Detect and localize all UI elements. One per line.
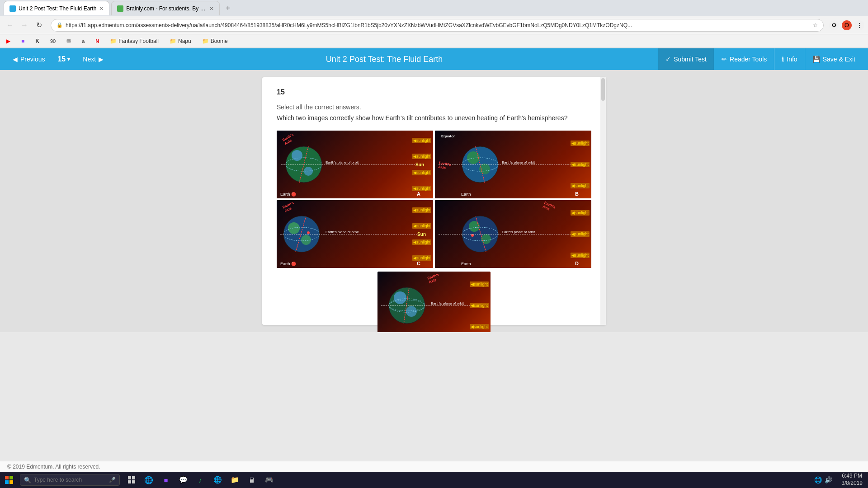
task-view-button[interactable]	[123, 472, 140, 488]
tab-title-2: Brainly.com - For students. By st...	[126, 5, 207, 12]
orbit-line-c	[280, 234, 420, 235]
start-button[interactable]	[0, 472, 18, 488]
scrollbar-track[interactable]	[600, 77, 606, 325]
svg-point-8	[479, 164, 490, 174]
image-option-e[interactable]: Earth'sAxis Earth's plane of orbit Sun ◀…	[377, 272, 491, 332]
arrows-d: ◀sunlight ◀sunlight ◀sunlight	[571, 200, 590, 268]
more-icon[interactable]: ⋮	[854, 20, 864, 30]
browser2-taskbar-icon[interactable]: 🌐	[209, 472, 226, 488]
plane-label-a: Earth's plane of orbit	[326, 160, 359, 164]
svg-rect-38	[132, 476, 135, 479]
toolbar-right: ✓ Submit Test ✏ Reader Tools ℹ Info 💾 Sa…	[658, 48, 863, 70]
tab-title-1: Unit 2 Post Test: The Fluid Earth	[19, 5, 96, 12]
bookmark-amazon[interactable]: a	[79, 38, 87, 45]
plane-label-b: Earth's plane of orbit	[502, 160, 535, 164]
previous-button[interactable]: ◀ Previous	[5, 48, 52, 70]
question-number: 15	[57, 55, 66, 63]
taskbar-clock[interactable]: 6:49 PM 3/8/2019	[836, 473, 868, 487]
extensions-icon[interactable]: ⚙	[829, 20, 839, 30]
amazon-icon: a	[82, 38, 85, 44]
save-icon: 💾	[812, 56, 820, 63]
orbit-line-e	[381, 305, 477, 306]
arrow-a-2: ◀sunlight	[412, 154, 431, 159]
arrows-b: ◀sunlight ◀sunlight ◀sunlight	[571, 131, 590, 198]
steam-taskbar-icon[interactable]: 🎮	[261, 472, 277, 488]
next-label: Next	[83, 56, 96, 63]
svg-point-13	[288, 222, 300, 234]
bookmark-boome[interactable]: 📁 Boome	[199, 37, 231, 45]
reader-tools-button[interactable]: ✏ Reader Tools	[714, 48, 774, 70]
plane-label-d: Earth's plane of orbit	[502, 230, 535, 234]
globe-svg-a	[283, 144, 324, 185]
youtube-icon: ▶	[6, 38, 10, 44]
letter-d: D	[575, 261, 579, 266]
chrome-taskbar-icon[interactable]: 🌐	[141, 472, 157, 488]
svg-rect-37	[128, 476, 131, 479]
tab-close-2[interactable]: ✕	[209, 5, 214, 12]
scrollbar-thumb[interactable]	[601, 78, 605, 101]
bookmark-90[interactable]: 90	[47, 38, 58, 45]
forward-button[interactable]: →	[18, 19, 31, 32]
bookmark-netflix[interactable]: N	[93, 38, 102, 45]
next-button[interactable]: Next ▶	[75, 48, 111, 70]
bookmark-mail[interactable]: ✉	[64, 37, 74, 45]
svg-rect-34	[9, 476, 13, 479]
tab-close-1[interactable]: ✕	[99, 5, 104, 12]
svg-rect-36	[9, 480, 13, 484]
new-tab-button[interactable]: +	[222, 2, 234, 14]
address-bar[interactable]: 🔒 https://f1.app.edmentum.com/assessment…	[51, 19, 824, 32]
bookmark-napu[interactable]: 📁 Napu	[167, 37, 194, 45]
save-exit-label: Save & Exit	[823, 56, 855, 63]
tab-favicon-2	[117, 5, 123, 12]
image-grid: Earth'sAxis Equator Earth	[277, 131, 591, 268]
footer: © 2019 Edmentum. All rights reserved.	[0, 461, 868, 472]
image-option-c[interactable]: Earth'sAxis Earth's plane of orbit Sun	[277, 200, 433, 268]
mail-icon: ✉	[66, 38, 71, 44]
mic-icon[interactable]: 🎤	[109, 477, 116, 483]
bookmark-youtube[interactable]: ▶	[4, 37, 13, 45]
taskbar-search-input[interactable]	[34, 477, 106, 483]
dropdown-icon[interactable]: ▾	[67, 56, 70, 62]
tab-bar: Unit 2 Post Test: The Fluid Earth ✕ Brai…	[0, 0, 868, 16]
svg-rect-33	[5, 476, 9, 479]
image-option-a[interactable]: Earth'sAxis Equator Earth	[277, 131, 433, 198]
submit-test-button[interactable]: ✓ Submit Test	[658, 48, 714, 70]
nav-controls: ← → ↻ 🔒 https://f1.app.edmentum.com/asse…	[0, 16, 868, 34]
bookmark-k[interactable]: K	[33, 37, 42, 45]
spotify-taskbar-icon[interactable]: ♪	[192, 472, 208, 488]
tab-2[interactable]: Brainly.com - For students. By st... ✕	[111, 1, 220, 15]
question-number-card: 15	[277, 88, 591, 96]
bookmark-star-icon[interactable]: ☆	[813, 22, 818, 28]
browser-chrome: Unit 2 Post Test: The Fluid Earth ✕ Brai…	[0, 0, 868, 48]
calculator-taskbar-icon[interactable]: 🖩	[244, 472, 260, 488]
info-button[interactable]: ℹ Info	[774, 48, 804, 70]
opera-icon[interactable]: O	[842, 20, 852, 30]
earth-text-d: Earth	[461, 262, 471, 266]
checkmark-icon: ✓	[665, 56, 671, 63]
twitch-taskbar-icon[interactable]: ■	[158, 472, 174, 488]
folder-napu-icon: 📁	[170, 38, 176, 44]
arrow-a-1: ◀sunlight	[412, 138, 431, 143]
reload-button[interactable]: ↻	[33, 19, 45, 32]
volume-icon[interactable]: 🔊	[825, 476, 832, 483]
letter-b: B	[575, 191, 579, 197]
address-text: https://f1.app.edmentum.com/assessments-…	[66, 22, 810, 28]
folder-boome-icon: 📁	[202, 38, 209, 44]
bookmark-twitch[interactable]: ■	[19, 37, 27, 45]
netflix-icon: N	[95, 38, 99, 44]
image-option-b[interactable]: Equator Earth'sAxis Earth's plane of orb…	[435, 131, 591, 198]
question-text: Which two images correctly show how Eart…	[277, 114, 591, 122]
save-exit-button[interactable]: 💾 Save & Exit	[805, 48, 863, 70]
bookmark-fantasy-football[interactable]: 📁 Fantasy Football	[107, 37, 161, 45]
clock-date: 3/8/2019	[841, 480, 863, 487]
image-option-d[interactable]: Earth'sAxis Earth's plane of orbit Sun	[435, 200, 591, 268]
test-title: Unit 2 Post Test: The Fluid Earth	[111, 55, 658, 64]
folder-ff-icon: 📁	[110, 38, 117, 44]
folder-taskbar-icon[interactable]: 📁	[226, 472, 243, 488]
taskbar-search-box[interactable]: 🔍 🎤	[20, 474, 120, 486]
plane-label-e: Earth's plane of orbit	[431, 301, 464, 305]
back-button[interactable]: ←	[4, 19, 16, 32]
discord-taskbar-icon[interactable]: 💬	[175, 472, 191, 488]
network-icon[interactable]: 🌐	[814, 476, 822, 483]
tab-1[interactable]: Unit 2 Post Test: The Fluid Earth ✕	[4, 1, 109, 15]
